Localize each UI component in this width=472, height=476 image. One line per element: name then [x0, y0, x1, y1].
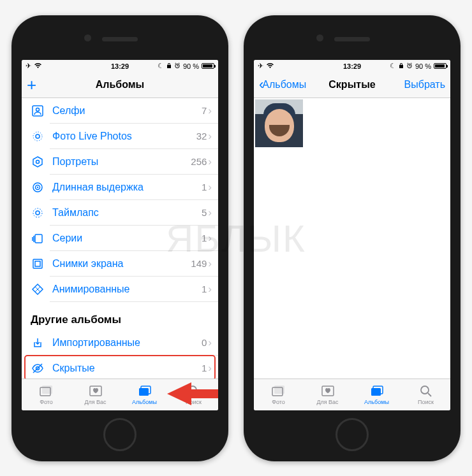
selfie-icon: [31, 104, 45, 118]
row-count: 32: [196, 131, 207, 141]
album-row-скрытые[interactable]: Скрытые1›: [22, 356, 218, 379]
search-tab-icon: [186, 384, 202, 398]
tab-альбомы[interactable]: Альбомы: [352, 379, 401, 410]
screen-right: ✈︎ 13:29 ☾ 90 %: [254, 60, 450, 410]
nav-bar: + Альбомы: [22, 73, 218, 98]
status-time: 13:29: [111, 62, 129, 70]
albums-list[interactable]: Селфи7›Фото Live Photos32›Портреты256›Дл…: [22, 98, 218, 379]
airplane-icon: ✈︎: [26, 62, 31, 70]
moon-icon: ☾: [158, 62, 164, 70]
chevron-right-icon: ›: [208, 232, 212, 245]
status-time: 13:29: [343, 62, 361, 70]
home-button[interactable]: [336, 418, 369, 451]
album-row-снимки-экрана[interactable]: Снимки экрана149›: [22, 251, 218, 277]
album-row-анимированные[interactable]: Анимированные1›: [22, 277, 218, 302]
album-row-длинная-выдержка[interactable]: Длинная выдержка1›: [22, 175, 218, 200]
back-button[interactable]: ‹ Альбомы: [259, 76, 352, 93]
album-row-фото-live-photos[interactable]: Фото Live Photos32›: [22, 124, 218, 149]
svg-rect-17: [42, 386, 52, 394]
tab-label: Альбомы: [364, 399, 389, 405]
album-row-серии[interactable]: Серии1›: [22, 226, 218, 251]
tab-label: Поиск: [418, 399, 434, 405]
battery-icon: [202, 63, 214, 69]
alarm-icon: [174, 62, 181, 70]
tab-поиск[interactable]: Поиск: [401, 379, 450, 410]
livephoto-icon: [31, 129, 45, 143]
svg-line-30: [428, 393, 431, 396]
row-label: Длинная выдержка: [52, 182, 202, 193]
row-count: 256: [191, 156, 207, 167]
albums-tab-icon: [369, 384, 385, 398]
section-header-other: Другие альбомы: [22, 302, 218, 330]
avatar: [255, 99, 303, 147]
timelapse-icon: [31, 206, 45, 220]
album-row-селфи[interactable]: Селфи7›: [22, 98, 218, 124]
album-row-импортированные[interactable]: Импортированные0›: [22, 330, 218, 356]
row-label: Серии: [52, 233, 202, 244]
svg-point-4: [33, 132, 42, 141]
svg-point-2: [36, 108, 40, 111]
lock-icon: [399, 62, 404, 70]
chevron-right-icon: ›: [208, 130, 212, 143]
photos-tab-icon: [39, 384, 54, 398]
add-album-button[interactable]: +: [27, 78, 36, 91]
portrait-icon: [31, 155, 45, 169]
tab-label: Альбомы: [132, 399, 157, 405]
albums-tab-icon: [137, 384, 152, 398]
chevron-right-icon: ›: [208, 181, 212, 194]
iphone-left: ✈︎ 13:29 ☾ 90 %: [11, 15, 228, 461]
photos-tab-icon: [271, 384, 286, 398]
row-count: 149: [191, 258, 207, 269]
tab-поиск[interactable]: Поиск: [169, 379, 218, 410]
foryou-tab-icon: [320, 384, 336, 398]
svg-point-8: [37, 186, 38, 187]
home-button[interactable]: [103, 418, 136, 451]
chevron-right-icon: ›: [208, 362, 212, 375]
tab-label: Поиск: [186, 399, 202, 405]
tab-альбомы[interactable]: Альбомы: [120, 379, 169, 410]
select-button[interactable]: Выбрать: [404, 79, 445, 90]
tab-фото[interactable]: Фото: [254, 379, 303, 410]
import-icon: [31, 336, 45, 350]
animated-icon: [31, 282, 45, 296]
photo-thumbnail[interactable]: [255, 99, 303, 147]
svg-rect-12: [33, 259, 42, 268]
row-label: Скрытые: [52, 363, 202, 374]
tab-для-вас[interactable]: Для Вас: [303, 379, 352, 410]
chevron-right-icon: ›: [208, 257, 212, 270]
row-label: Селфи: [52, 105, 202, 117]
status-bar: ✈︎ 13:29 ☾ 90 %: [22, 60, 218, 73]
chevron-right-icon: ›: [208, 283, 212, 296]
row-count: 0: [202, 337, 207, 348]
tab-label: Фото: [272, 399, 285, 405]
screenshot-icon: [31, 257, 45, 271]
airplane-icon: ✈︎: [258, 62, 263, 70]
album-row-таймлапс[interactable]: Таймлапс5›: [22, 200, 218, 226]
row-count: 1: [202, 182, 207, 192]
battery-icon: [434, 63, 446, 69]
longexposure-icon: [31, 180, 45, 194]
row-label: Фото Live Photos: [52, 131, 196, 142]
tab-label: Фото: [40, 399, 53, 405]
battery-pct: 90 %: [183, 62, 199, 70]
foryou-tab-icon: [88, 384, 103, 398]
row-label: Таймлапс: [52, 207, 202, 219]
row-label: Снимки экрана: [52, 258, 191, 270]
row-label: Анимированные: [52, 284, 202, 295]
chevron-right-icon: ›: [208, 155, 212, 168]
svg-point-5: [36, 160, 40, 163]
hidden-photos-grid[interactable]: [254, 98, 450, 379]
chevron-right-icon: ›: [208, 206, 212, 219]
iphone-right: ✈︎ 13:29 ☾ 90 %: [244, 15, 461, 461]
chevron-right-icon: ›: [208, 105, 212, 117]
tab-фото[interactable]: Фото: [22, 379, 71, 410]
row-count: 1: [202, 284, 207, 294]
comparison-stage: ✈︎ 13:29 ☾ 90 %: [0, 0, 472, 476]
album-row-портреты[interactable]: Портреты256›: [22, 149, 218, 175]
tab-для-вас[interactable]: Для Вас: [71, 379, 120, 410]
svg-point-21: [189, 386, 196, 394]
status-bar: ✈︎ 13:29 ☾ 90 %: [254, 60, 450, 73]
svg-point-10: [36, 211, 40, 215]
svg-point-29: [421, 386, 429, 394]
tab-bar: ФотоДля ВасАльбомыПоиск: [22, 379, 218, 410]
